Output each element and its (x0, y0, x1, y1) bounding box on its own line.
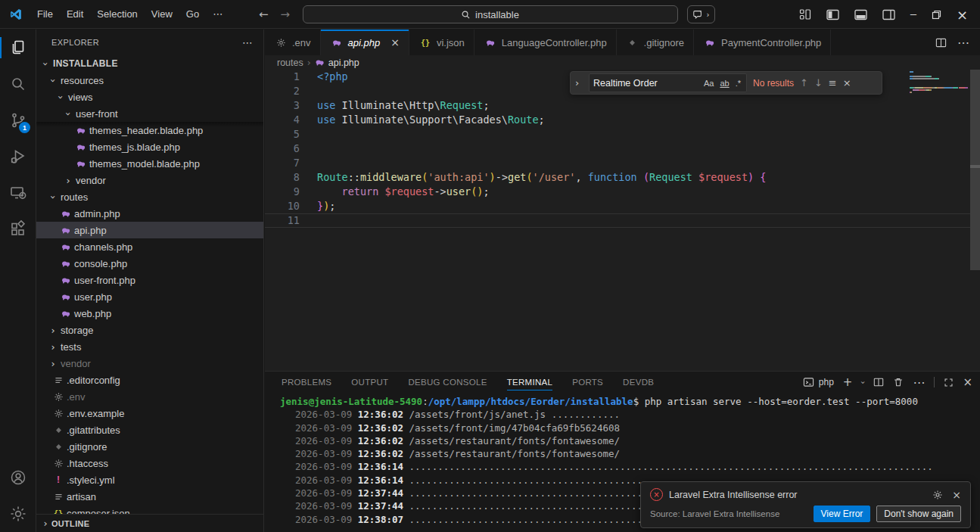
tab-env[interactable]: .env (265, 30, 321, 55)
menu-edit[interactable]: Edit (60, 5, 90, 23)
find-input[interactable]: Realtime Order Aa ab .* (589, 73, 747, 92)
tab-gitignore[interactable]: .gitignore (617, 30, 694, 55)
breadcrumb-file[interactable]: api.php (328, 58, 359, 68)
code-line-7[interactable]: 7 (265, 156, 980, 170)
terminal-dropdown-button[interactable]: › (859, 381, 867, 384)
tree-item-user-php[interactable]: user.php (36, 288, 263, 305)
tab-vi-json[interactable]: {}vi.json (409, 30, 474, 55)
code-line-5[interactable]: 5 (265, 127, 980, 142)
tree-item-api-php[interactable]: api.php (36, 222, 263, 238)
activity-extensions-button[interactable] (0, 211, 36, 247)
close-find-button[interactable]: × (843, 77, 851, 89)
command-center-search[interactable]: installable (303, 5, 678, 23)
tree-item-views[interactable]: ›views (36, 89, 263, 105)
find-in-selection-button[interactable]: ≡ (829, 77, 837, 89)
code-line-9[interactable]: 9 return $request->user(); (265, 185, 980, 199)
tab-paymentcontroller-php[interactable]: PaymentController.php (694, 30, 831, 55)
menu-view[interactable]: View (145, 5, 179, 23)
tab-languagecontroller-php[interactable]: LanguageController.php (474, 30, 617, 55)
close-panel-button[interactable]: × (963, 375, 972, 389)
close-notification-button[interactable]: × (952, 489, 961, 501)
whole-word-button[interactable]: ab (718, 78, 730, 89)
dont-show-again-button[interactable]: Don't show again (876, 506, 961, 522)
activity-search-button[interactable] (0, 66, 36, 102)
code-line-11[interactable]: 11 (265, 213, 980, 228)
code-editor[interactable]: 1<?php23use Illuminate\Http\Request;4use… (265, 70, 980, 371)
view-error-button[interactable]: View Error (814, 506, 871, 522)
menu-selection[interactable]: Selection (90, 5, 144, 23)
code-line-3[interactable]: 3use Illuminate\Http\Request; (265, 98, 980, 113)
activity-accounts-button[interactable] (0, 459, 36, 496)
close-tab-button[interactable]: × (390, 36, 400, 48)
tree-item-htaccess[interactable]: .htaccess (36, 455, 263, 471)
minimap[interactable] (910, 71, 969, 96)
activity-remote-explorer-button[interactable] (0, 175, 36, 211)
tree-item-themes-model-blade-php[interactable]: themes_model.blade.php (36, 155, 263, 172)
breadcrumb[interactable]: routes › api.php (265, 55, 980, 70)
next-match-button[interactable]: ↓ (814, 77, 823, 89)
activity-run-and-debug-button[interactable] (0, 138, 36, 175)
menu-overflow-button[interactable]: ⋯ (206, 5, 229, 23)
code-line-4[interactable]: 4use Illuminate\Support\Facades\Route; (265, 113, 980, 127)
tree-item-installable[interactable]: ›INSTALLABLE (36, 55, 263, 72)
tree-item-vendor[interactable]: ›vendor (36, 172, 263, 188)
tree-item-admin-php[interactable]: admin.php (36, 205, 263, 222)
menu-go[interactable]: Go (179, 5, 206, 23)
notification-settings-icon[interactable] (932, 490, 943, 500)
toggle-replace-icon[interactable]: › (575, 77, 583, 89)
tree-item-themes-js-blade-php[interactable]: themes_js.blade.php (36, 138, 263, 155)
tree-item-editorconfig[interactable]: .editorconfig (36, 372, 263, 388)
breadcrumb-folder[interactable]: routes (277, 58, 303, 68)
tree-item-tests[interactable]: ›tests (36, 338, 263, 355)
tree-item-themes-header-blade-php[interactable]: themes_header.blade.php (36, 122, 263, 138)
tree-item-web-php[interactable]: web.php (36, 305, 263, 322)
explorer-actions-button[interactable]: ⋯ (242, 36, 253, 48)
tree-item-routes[interactable]: ›routes (36, 188, 263, 205)
tree-item-resources[interactable]: ›resources (36, 72, 263, 89)
regex-button[interactable]: .* (734, 78, 742, 89)
code-line-10[interactable]: 10}); (265, 199, 980, 213)
panel-tab-ports[interactable]: PORTS (572, 372, 603, 393)
match-case-button[interactable]: Aa (702, 78, 715, 89)
panel-tab-problems[interactable]: PROBLEMS (282, 372, 331, 393)
tree-item-styleci-yml[interactable]: !.styleci.yml (36, 471, 263, 488)
kill-terminal-button[interactable] (893, 377, 904, 387)
tree-item-gitattributes[interactable]: .gitattributes (36, 422, 263, 438)
editor-scrollbar[interactable] (970, 70, 980, 270)
close-window-button[interactable]: × (957, 7, 968, 23)
tree-item-console-php[interactable]: console.php (36, 255, 263, 272)
code-line-6[interactable]: 6 (265, 142, 980, 156)
tree-item-artisan[interactable]: artisan (36, 488, 263, 505)
tab-api-php[interactable]: api.php× (321, 30, 409, 55)
copilot-button[interactable]: › (687, 5, 715, 23)
navigate-forward-button[interactable]: → (281, 8, 291, 21)
tree-item-channels-php[interactable]: channels.php (36, 238, 263, 255)
panel-tab-debug-console[interactable]: DEBUG CONSOLE (408, 372, 487, 393)
new-terminal-button[interactable]: + (843, 375, 853, 389)
menu-file[interactable]: File (30, 5, 60, 23)
toggle-secondary-sidebar-button[interactable] (882, 9, 895, 20)
activity-explorer-button[interactable] (0, 30, 36, 66)
restore-window-button[interactable] (932, 10, 941, 20)
minimize-window-button[interactable]: ─ (910, 9, 916, 20)
tree-item-storage[interactable]: ›storage (36, 322, 263, 338)
panel-tab-output[interactable]: OUTPUT (351, 372, 388, 393)
tree-item-user-front-php[interactable]: user-front.php (36, 272, 263, 288)
tree-item-vendor[interactable]: ›vendor (36, 355, 263, 372)
customize-layout-button[interactable] (799, 8, 811, 20)
navigate-back-button[interactable]: ← (259, 8, 269, 21)
panel-more-actions-button[interactable]: ⋯ (913, 375, 925, 390)
outline-section-header[interactable]: › OUTLINE (36, 514, 263, 532)
split-terminal-button[interactable] (873, 377, 884, 387)
tree-item-gitignore[interactable]: .gitignore (36, 438, 263, 455)
activity-manage-button[interactable] (0, 496, 36, 532)
panel-tab-devdb[interactable]: DEVDB (623, 372, 654, 393)
editor-actions-button[interactable]: ⋯ (957, 36, 969, 50)
toggle-sidebar-button[interactable] (826, 9, 839, 20)
maximize-panel-button[interactable] (944, 378, 954, 387)
code-line-8[interactable]: 8Route::middleware('auth:api')->get('/us… (265, 170, 980, 185)
tree-item-env[interactable]: .env (36, 388, 263, 405)
split-editor-button[interactable] (935, 37, 947, 48)
toggle-panel-button[interactable] (854, 9, 867, 20)
tree-item-user-front[interactable]: ›user-front (36, 105, 263, 122)
